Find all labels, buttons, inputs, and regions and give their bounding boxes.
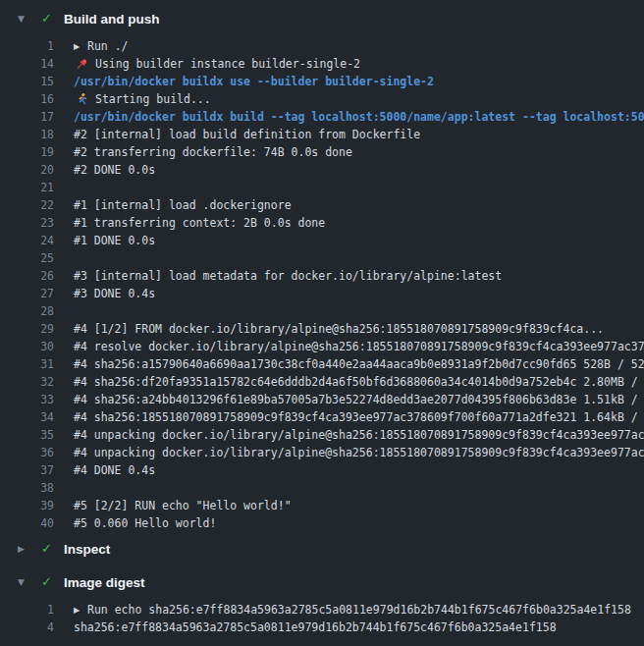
- play-icon[interactable]: ▶: [74, 606, 81, 615]
- line-number[interactable]: 26: [0, 269, 54, 283]
- log-line: 37#4 DONE 0.4s: [0, 461, 644, 479]
- line-number[interactable]: 14: [0, 57, 54, 71]
- log-text: #3 DONE 0.4s: [74, 287, 155, 300]
- section-image-digest: ▼✓Image digest1▶Run echo sha256:e7ff8834…: [0, 571, 644, 636]
- chevron-right-icon[interactable]: ▶: [18, 538, 41, 560]
- line-number[interactable]: 36: [0, 446, 54, 459]
- line-number[interactable]: 39: [0, 499, 54, 512]
- line-number[interactable]: 29: [0, 322, 54, 336]
- log-line: 4sha256:e7ff8834a5963a2785c5a0811e979d16…: [0, 619, 644, 636]
- log-text: #5 [2/2] RUN echo "Hello world!": [74, 499, 292, 512]
- log-line: 25: [0, 249, 644, 267]
- log-text: #4 DONE 0.4s: [74, 463, 155, 477]
- line-number[interactable]: 28: [0, 304, 54, 318]
- log-line: 19#2 transferring dockerfile: 74B 0.0s d…: [0, 143, 644, 161]
- log-text: Run echo sha256:e7ff8834a5963a2785c5a081…: [87, 603, 631, 617]
- line-number[interactable]: 23: [0, 216, 54, 230]
- log-text: #4 unpacking docker.io/library/alpine@sh…: [74, 428, 644, 442]
- section-title[interactable]: Inspect: [64, 542, 110, 557]
- log-text: #1 DONE 0.0s: [74, 234, 155, 247]
- section-header-image-digest[interactable]: ▼✓Image digest: [0, 571, 644, 593]
- log-line: 1▶Run ./: [0, 37, 644, 55]
- log-line: 24#1 DONE 0.0s: [0, 232, 644, 249]
- log-text: Starting build...: [95, 92, 211, 106]
- log-line: 27#3 DONE 0.4s: [0, 285, 644, 302]
- log-line: 36#4 unpacking docker.io/library/alpine@…: [0, 444, 644, 461]
- actions-log-viewer: ▼✓Build and push1▶Run ./14Using builder …: [0, 8, 644, 646]
- log-line: 18#2 [internal] load build definition fr…: [0, 126, 644, 143]
- log-line: 26#3 [internal] load metadata for docker…: [0, 267, 644, 285]
- log-text: Run ./: [87, 39, 129, 53]
- log-text: /usr/bin/docker buildx use --builder bui…: [74, 75, 434, 88]
- log-text: #2 transferring dockerfile: 74B 0.0s don…: [74, 145, 352, 159]
- chevron-down-icon[interactable]: ▼: [18, 8, 41, 29]
- log-line: 20#2 DONE 0.0s: [0, 161, 644, 179]
- log-text: #1 transferring context: 2B 0.0s done: [74, 216, 325, 230]
- log-lines: 1▶Run echo sha256:e7ff8834a5963a2785c5a0…: [0, 601, 644, 636]
- line-number[interactable]: 34: [0, 410, 54, 424]
- log-line: 33#4 sha256:a24bb4013296f61e89ba57005a7b…: [0, 391, 644, 408]
- line-number[interactable]: 22: [0, 198, 54, 212]
- line-number[interactable]: 19: [0, 145, 54, 159]
- line-number[interactable]: 21: [0, 181, 54, 194]
- log-text: #4 unpacking docker.io/library/alpine@sh…: [74, 446, 644, 459]
- log-line: 30#4 resolve docker.io/library/alpine@sh…: [0, 338, 644, 355]
- log-text: Using builder instance builder-single-2: [95, 57, 360, 71]
- line-number[interactable]: 15: [0, 75, 54, 88]
- line-number[interactable]: 31: [0, 357, 54, 371]
- log-text: #2 DONE 0.0s: [74, 163, 155, 177]
- line-number[interactable]: 24: [0, 234, 54, 247]
- log-text: #1 [internal] load .dockerignore: [74, 198, 292, 212]
- log-text: #4 [1/2] FROM docker.io/library/alpine@s…: [74, 322, 604, 336]
- line-number[interactable]: 32: [0, 375, 54, 389]
- log-line: 16Starting build...: [0, 90, 644, 108]
- log-line: 14Using builder instance builder-single-…: [0, 55, 644, 73]
- line-number[interactable]: 35: [0, 428, 54, 442]
- log-line: 29#4 [1/2] FROM docker.io/library/alpine…: [0, 320, 644, 338]
- log-line: 15/usr/bin/docker buildx use --builder b…: [0, 73, 644, 90]
- section-header-inspect[interactable]: ▶✓Inspect: [0, 538, 644, 560]
- line-number[interactable]: 27: [0, 287, 54, 300]
- log-line: 35#4 unpacking docker.io/library/alpine@…: [0, 426, 644, 444]
- line-number[interactable]: 38: [0, 481, 54, 495]
- log-line: 1▶Run echo sha256:e7ff8834a5963a2785c5a0…: [0, 601, 644, 619]
- log-text: /usr/bin/docker buildx build --tag local…: [74, 110, 644, 124]
- section-title[interactable]: Image digest: [64, 575, 145, 590]
- log-text: sha256:e7ff8834a5963a2785c5a0811e979d16b…: [74, 620, 557, 634]
- line-number[interactable]: 20: [0, 163, 54, 177]
- log-text: #2 [internal] load build definition from…: [74, 128, 420, 141]
- line-number[interactable]: 37: [0, 463, 54, 477]
- chevron-down-icon[interactable]: ▼: [18, 571, 41, 593]
- log-line: 34#4 sha256:185518070891758909c9f839cf4c…: [0, 408, 644, 426]
- line-number[interactable]: 33: [0, 393, 54, 406]
- line-number[interactable]: 18: [0, 128, 54, 141]
- line-number[interactable]: 1: [0, 39, 54, 53]
- section-header-build-and-push[interactable]: ▼✓Build and push: [0, 8, 644, 29]
- section-build-and-push: ▼✓Build and push1▶Run ./14Using builder …: [0, 8, 644, 532]
- log-text: #4 sha256:a24bb4013296f61e89ba57005a7b3e…: [74, 393, 644, 406]
- log-line: 40#5 0.060 Hello world!: [0, 514, 644, 532]
- line-number[interactable]: 16: [0, 92, 54, 106]
- check-icon: ✓: [41, 571, 64, 593]
- line-number[interactable]: 30: [0, 340, 54, 353]
- log-line: 28: [0, 302, 644, 320]
- check-icon: ✓: [41, 538, 64, 560]
- line-number[interactable]: 1: [0, 603, 54, 617]
- runner-icon: [74, 92, 89, 107]
- log-line: 39#5 [2/2] RUN echo "Hello world!": [0, 497, 644, 514]
- line-number[interactable]: 17: [0, 110, 54, 124]
- line-number[interactable]: 4: [0, 620, 54, 634]
- pushpin-icon: [74, 57, 89, 72]
- log-lines: 1▶Run ./14Using builder instance builder…: [0, 37, 644, 532]
- section-title[interactable]: Build and push: [64, 12, 160, 27]
- line-number[interactable]: 40: [0, 516, 54, 530]
- log-line: 23#1 transferring context: 2B 0.0s done: [0, 214, 644, 232]
- log-line: 22#1 [internal] load .dockerignore: [0, 196, 644, 214]
- log-text: #4 sha256:a15790640a6690aa1730c38cf0a440…: [74, 357, 644, 371]
- log-text: #4 resolve docker.io/library/alpine@sha2…: [74, 340, 644, 353]
- log-line: 21: [0, 179, 644, 196]
- log-text: #5 0.060 Hello world!: [74, 516, 216, 530]
- line-number[interactable]: 25: [0, 251, 54, 265]
- play-icon[interactable]: ▶: [74, 42, 81, 51]
- check-icon: ✓: [41, 8, 64, 29]
